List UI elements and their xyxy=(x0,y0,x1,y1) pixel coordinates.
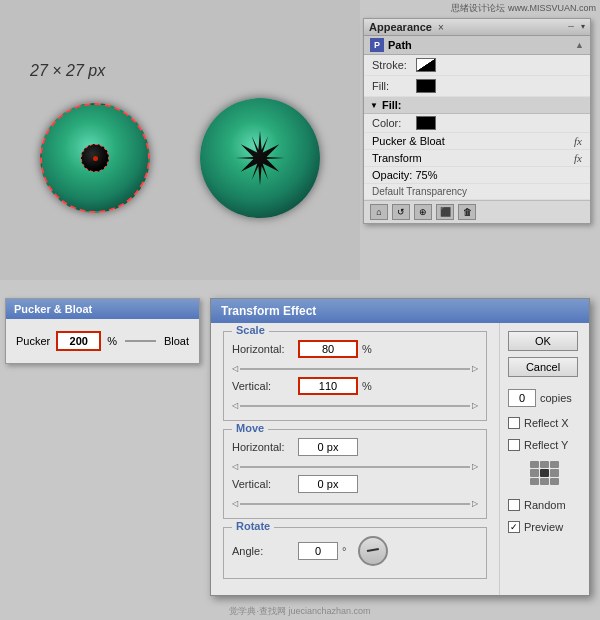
move-legend: Move xyxy=(232,422,268,434)
move-h-slider[interactable]: ◁ ▷ xyxy=(232,462,478,471)
scale-v-slider[interactable]: ◁ ▷ xyxy=(232,401,478,410)
transform-left: Scale Horizontal: 80 % ◁ ▷ Vertical: xyxy=(211,323,499,595)
move-section: Move Horizontal: 0 px ◁ ▷ Vertical: 0 px xyxy=(223,429,487,519)
scroll-icon: ▲ xyxy=(575,40,584,50)
transform-effect-dialog: Transform Effect Scale Horizontal: 80 % … xyxy=(210,298,590,596)
pucker-bloat-label: Pucker & Bloat xyxy=(372,135,445,147)
toolbar-icon-5[interactable]: 🗑 xyxy=(458,204,476,220)
slider-tri-right-4: ▷ xyxy=(472,499,478,508)
move-h-value: 0 px xyxy=(318,441,339,453)
scale-h-input[interactable]: 80 xyxy=(298,340,358,358)
panel-title-text: Appearance xyxy=(369,21,432,33)
toolbar-icon-4[interactable]: ⬛ xyxy=(436,204,454,220)
reflect-x-label: Reflect X xyxy=(524,417,569,429)
reflect-x-checkbox[interactable] xyxy=(508,417,520,429)
toolbar-icon-3[interactable]: ⊕ xyxy=(414,204,432,220)
appearance-toolbar: ⌂ ↺ ⊕ ⬛ 🗑 xyxy=(364,200,590,223)
pucker-label: Pucker xyxy=(16,335,50,347)
angle-row: Angle: 0 ° xyxy=(232,536,478,566)
default-transparency-text: Default Transparency xyxy=(372,186,467,197)
pb-slider[interactable] xyxy=(125,340,156,342)
pb-body: Pucker 200 % Bloat xyxy=(6,319,199,363)
scale-h-unit: % xyxy=(362,343,372,355)
close-tab-icon[interactable]: × xyxy=(438,22,444,33)
fill-swatch[interactable] xyxy=(416,79,436,93)
appearance-panel: Appearance × ─ ▾ P Path ▲ Stroke: Fill: … xyxy=(363,18,591,224)
slider-tri-left-4: ◁ xyxy=(232,499,238,508)
ok-button[interactable]: OK xyxy=(508,331,578,351)
fx-label-1: fx xyxy=(574,135,582,147)
reflect-y-row: Reflect Y xyxy=(508,439,581,451)
color-swatch[interactable] xyxy=(416,116,436,130)
slider-tri-left: ◁ xyxy=(232,364,238,373)
fill-section-text: Fill: xyxy=(382,99,402,111)
grid-cell-4 xyxy=(530,469,539,476)
preview-row: ✓ Preview xyxy=(508,521,581,533)
angle-label: Angle: xyxy=(232,545,294,557)
eye-center-dot xyxy=(93,156,98,161)
bloat-label: Bloat xyxy=(164,335,189,347)
watermark-text: 思绪设计论坛 www.MISSVUAN.com xyxy=(451,3,596,13)
scale-h-slider[interactable]: ◁ ▷ xyxy=(232,364,478,373)
fill-label: Fill: xyxy=(372,80,412,92)
slider-tri-right-3: ▷ xyxy=(472,462,478,471)
grid-cell-1 xyxy=(530,461,539,468)
pucker-bloat-panel: Pucker & Bloat Pucker 200 % Bloat xyxy=(5,298,200,364)
transform-dialog-title: Transform Effect xyxy=(221,304,316,318)
transform-row: Transform fx xyxy=(364,150,590,167)
panel-title-left: Appearance × xyxy=(369,21,444,33)
pucker-value-input[interactable]: 200 xyxy=(56,331,101,351)
transform-body: Scale Horizontal: 80 % ◁ ▷ Vertical: xyxy=(211,323,589,595)
preview-checkbox[interactable]: ✓ xyxy=(508,521,520,533)
angle-value: 0 xyxy=(315,545,321,557)
scale-legend: Scale xyxy=(232,324,269,336)
cancel-label: Cancel xyxy=(526,361,560,373)
transform-grid[interactable] xyxy=(530,461,560,485)
stroke-row: Stroke: xyxy=(364,55,590,76)
bottom-watermark-text: 觉学典·查找网 juecianchazhan.com xyxy=(229,606,370,616)
cancel-button[interactable]: Cancel xyxy=(508,357,578,377)
stroke-swatch[interactable] xyxy=(416,58,436,72)
grid-cell-8 xyxy=(540,478,549,485)
scale-v-input[interactable]: 110 xyxy=(298,377,358,395)
scale-v-value: 110 xyxy=(319,380,337,392)
slider-tri-left-3: ◁ xyxy=(232,462,238,471)
move-v-value: 0 px xyxy=(318,478,339,490)
scale-h-value: 80 xyxy=(322,343,334,355)
pucker-bloat-row: Pucker & Bloat fx xyxy=(364,133,590,150)
toolbar-icon-2[interactable]: ↺ xyxy=(392,204,410,220)
pb-title: Pucker & Bloat xyxy=(14,303,92,315)
angle-input[interactable]: 0 xyxy=(298,542,338,560)
scale-h-label: Horizontal: xyxy=(232,343,294,355)
reflect-x-row: Reflect X xyxy=(508,417,581,429)
bottom-watermark: 觉学典·查找网 juecianchazhan.com xyxy=(0,605,600,618)
pucker-percent: % xyxy=(107,335,117,347)
angle-unit: ° xyxy=(342,545,346,557)
slider-tri-right-2: ▷ xyxy=(472,401,478,410)
reflect-y-checkbox[interactable] xyxy=(508,439,520,451)
move-v-label: Vertical: xyxy=(232,478,294,490)
random-row: Random xyxy=(508,499,581,511)
appearance-titlebar: Appearance × ─ ▾ xyxy=(364,19,590,36)
watermark-top: 思绪设计论坛 www.MISSVUAN.com xyxy=(451,2,596,15)
move-v-slider[interactable]: ◁ ▷ xyxy=(232,499,478,508)
eyes-row xyxy=(40,98,320,218)
canvas-area: 27 × 27 px xyxy=(0,0,360,280)
color-label: Color: xyxy=(372,117,412,129)
collapse-icon[interactable]: ▾ xyxy=(581,22,585,31)
dimension-label: 27 × 27 px xyxy=(30,62,105,80)
toolbar-icon-1[interactable]: ⌂ xyxy=(370,204,388,220)
copies-row: 0 copies xyxy=(508,389,581,407)
random-checkbox[interactable] xyxy=(508,499,520,511)
minimize-icon[interactable]: ─ xyxy=(568,22,574,31)
move-h-input[interactable]: 0 px xyxy=(298,438,358,456)
angle-line xyxy=(367,548,379,552)
rotate-section: Rotate Angle: 0 ° xyxy=(223,527,487,579)
move-v-input[interactable]: 0 px xyxy=(298,475,358,493)
fill-section-label: ▼ Fill: xyxy=(364,97,590,114)
angle-dial[interactable] xyxy=(358,536,388,566)
scale-h-row: Horizontal: 80 % xyxy=(232,340,478,358)
copies-value: 0 xyxy=(519,392,525,404)
copies-input[interactable]: 0 xyxy=(508,389,536,407)
transform-titlebar: Transform Effect xyxy=(211,299,589,323)
